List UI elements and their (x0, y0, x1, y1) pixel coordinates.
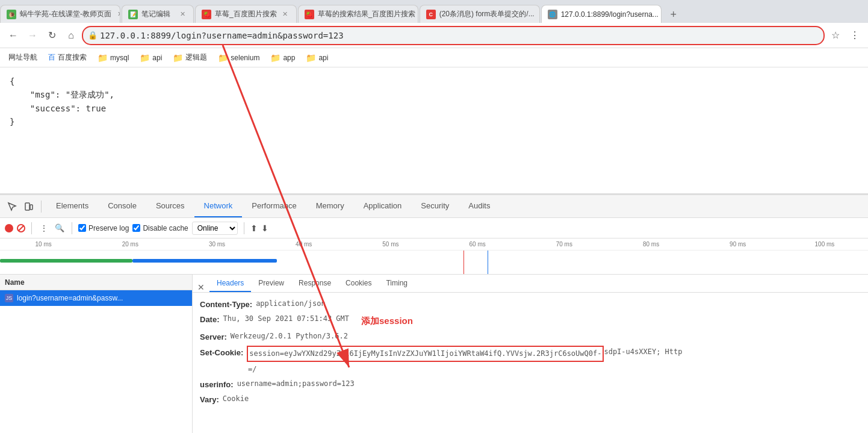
bookmark-nav[interactable]: 网址导航 (5, 51, 41, 64)
devtools-tab-console[interactable]: Console (98, 196, 146, 217)
tab-close-5[interactable]: ✕ (538, 10, 540, 19)
tab-strawberry1[interactable]: 🍓 草莓_百度图片搜索 ✕ (195, 5, 297, 23)
block-requests-button[interactable] (17, 224, 25, 232)
tab-strawberry2[interactable]: 🍓 草莓的搜索结果_百度图片搜索 ✕ (298, 5, 418, 23)
nav-bar: ← → ↻ ⌂ 🔒 127.0.0.1:8899/login?username=… (0, 23, 868, 48)
devtools-tab-audits[interactable]: Audits (459, 196, 500, 217)
tab-favicon: 🐌 (7, 10, 16, 19)
request-list-header: Name (0, 275, 192, 290)
page-content: { "msg": "登录成功", "success": true } (0, 67, 868, 194)
bookmark-button[interactable]: ☆ (827, 27, 844, 44)
tab-favicon-2: 📝 (128, 10, 138, 19)
network-sep2 (72, 222, 72, 234)
network-sep3 (244, 222, 244, 234)
tab-close-1[interactable]: ✕ (115, 10, 120, 19)
tab-label: 蜗牛学苑-在线课堂-教师页面 (20, 9, 111, 19)
inspect-element-button[interactable] (5, 199, 19, 214)
timeline-labels: 10 ms 20 ms 30 ms 40 ms 50 ms 60 ms 70 m… (0, 238, 868, 251)
network-sep1 (31, 222, 32, 234)
tab-favicon-6: 🌐 (548, 10, 557, 19)
export-har-button[interactable]: ⬇ (261, 223, 268, 233)
bookmark-mysql[interactable]: 📁 mysql (94, 52, 132, 64)
json-response: { "msg": "登录成功", "success": true } (10, 75, 858, 129)
bookmark-api1[interactable]: 📁 api (136, 52, 166, 64)
detail-tab-headers[interactable]: Headers (209, 275, 251, 292)
devtools-tab-network[interactable]: Network (194, 196, 243, 217)
request-item-login[interactable]: JS login?username=admin&passw... (0, 290, 192, 306)
detail-tab-preview[interactable]: Preview (251, 275, 291, 292)
timeline-label-80: 80 ms (607, 241, 694, 248)
devtools-tab-sources[interactable]: Sources (146, 196, 194, 217)
bookmark-baidu-label: 百度搜索 (58, 52, 87, 63)
detail-tabs: ✕ Headers Preview Response Cookies Timin… (193, 275, 868, 293)
tab-form[interactable]: C (20条消息) form表单提交的/... ✕ (420, 5, 540, 23)
timeline-marker-red (463, 251, 464, 275)
request-panel: Name JS login?username=admin&passw... ✕ … (0, 275, 868, 433)
toolbar-separator (41, 201, 42, 213)
tab-label-4: 草莓的搜索结果_百度图片搜索 (318, 9, 416, 19)
devtools-tab-elements[interactable]: Elements (46, 196, 98, 217)
filter-button[interactable]: ⋮ (38, 222, 50, 234)
tab-close-3[interactable]: ✕ (281, 10, 290, 19)
bookmark-app-label: app (283, 54, 295, 62)
devtools-tab-security[interactable]: Security (411, 196, 459, 217)
folder-icon-logic: 📁 (173, 53, 183, 63)
tab-favicon-3: 🍓 (202, 10, 211, 19)
back-button[interactable]: ← (5, 27, 22, 44)
tab-snail[interactable]: 🐌 蜗牛学苑-在线课堂-教师页面 ✕ (0, 5, 120, 23)
devtools-tab-memory[interactable]: Memory (306, 196, 354, 217)
lock-icon: 🔒 (88, 31, 98, 40)
header-key-content-type: Content-Type: (200, 297, 252, 311)
record-button[interactable] (5, 224, 13, 232)
address-text[interactable]: 127.0.0.1:8899/login?username=admin&pass… (100, 31, 344, 40)
close-detail-button[interactable]: ✕ (197, 282, 205, 292)
browser-window: 🐌 蜗牛学苑-在线课堂-教师页面 ✕ 📝 笔记编辑 ✕ 🍓 草莓_百度图片搜索 … (0, 0, 868, 433)
tab-label-6: 127.0.0.1:8899/login?userna... (561, 10, 659, 19)
folder-icon-api1: 📁 (140, 53, 150, 63)
home-button[interactable]: ⌂ (63, 27, 79, 44)
tab-login[interactable]: 🌐 127.0.0.1:8899/login?userna... ✕ (541, 5, 662, 23)
tab-label-3: 草莓_百度图片搜索 (215, 9, 277, 19)
bookmark-api2[interactable]: 📁 api (302, 52, 332, 64)
timeline-label-40: 40 ms (261, 241, 347, 248)
header-value-userinfo: username=admin;password=123 (237, 378, 355, 391)
annotation-add-session: 添加session (361, 313, 413, 329)
menu-button[interactable]: ⋮ (846, 27, 863, 44)
address-bar-container: 🔒 127.0.0.1:8899/login?username=admin&pa… (82, 26, 825, 45)
device-toggle-button[interactable] (22, 199, 36, 214)
bookmark-selenium-label: selenium (231, 54, 259, 62)
folder-icon-selenium: 📁 (218, 53, 228, 63)
preserve-log-checkbox[interactable]: Preserve log (78, 224, 129, 232)
throttle-select[interactable]: Online Fast 3G Slow 3G Offline (192, 222, 238, 235)
import-har-button[interactable]: ⬆ (250, 223, 258, 233)
header-key-vary: Vary: (200, 393, 219, 407)
tab-favicon-4: 🍓 (305, 10, 314, 19)
devtools-tab-performance[interactable]: Performance (242, 196, 306, 217)
bookmark-baidu[interactable]: 百 百度搜索 (45, 51, 90, 64)
detail-tab-timing[interactable]: Timing (379, 275, 415, 292)
tab-favicon-5: C (426, 10, 436, 19)
bookmark-mysql-label: mysql (110, 54, 129, 62)
refresh-button[interactable]: ↻ (43, 27, 60, 44)
timeline: 10 ms 20 ms 30 ms 40 ms 50 ms 60 ms 70 m… (0, 238, 868, 275)
bookmark-logic[interactable]: 📁 逻辑题 (169, 51, 211, 64)
bookmark-selenium[interactable]: 📁 selenium (214, 52, 263, 64)
detail-tab-response[interactable]: Response (291, 275, 338, 292)
forward-button[interactable]: → (24, 27, 41, 44)
tab-close-2[interactable]: ✕ (178, 10, 187, 19)
devtools-tab-application[interactable]: Application (354, 196, 412, 217)
bookmark-logic-label: 逻辑题 (185, 52, 207, 63)
detail-tab-cookies[interactable]: Cookies (338, 275, 379, 292)
svg-rect-1 (30, 205, 33, 210)
network-toolbar: ⋮ 🔍 Preserve log Disable cache Online Fa… (0, 218, 868, 238)
header-key-server: Server: (200, 330, 227, 344)
search-button[interactable]: 🔍 (54, 222, 66, 234)
set-cookie-continuation: =/ (200, 363, 861, 376)
disable-cache-checkbox[interactable]: Disable cache (132, 224, 188, 232)
tab-notes[interactable]: 📝 笔记编辑 ✕ (122, 5, 194, 23)
cookie-value-rest: sdpI-u4sXXEY; Http (604, 346, 682, 359)
new-tab-button[interactable]: + (665, 6, 682, 23)
timeline-label-60: 60 ms (434, 241, 521, 248)
bookmark-app[interactable]: 📁 app (267, 52, 299, 64)
timeline-chart (0, 251, 868, 275)
